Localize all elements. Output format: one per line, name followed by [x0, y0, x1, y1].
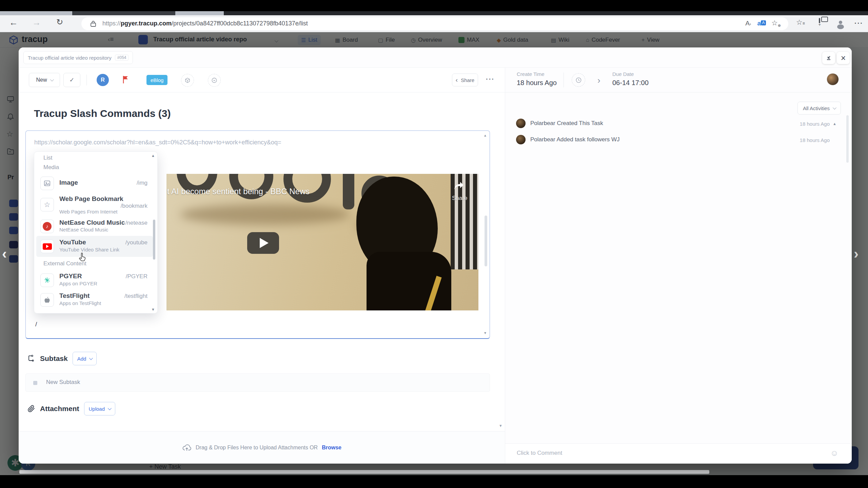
follower-avatar[interactable]	[827, 73, 839, 85]
browser-toolbar: ← → ↻ https://pgyer.tracup.com/projects/…	[0, 15, 868, 32]
menu-item-web-page-bookmark[interactable]: ☆ Web Page Bookmark /bookmark Web Pages …	[36, 192, 153, 217]
breadcrumb[interactable]: Tracup official article video repository…	[23, 51, 133, 64]
slash-command-trigger[interactable]: /	[35, 321, 37, 328]
video-share-icon[interactable]	[454, 181, 464, 190]
complete-check-button[interactable]: ✓	[63, 73, 80, 87]
attachment-title: Attachment	[40, 405, 79, 413]
divider	[86, 75, 87, 85]
chevron-down-icon	[108, 406, 112, 410]
tag-eblog[interactable]: eBlog	[146, 75, 167, 85]
close-button[interactable]: ×	[837, 52, 850, 64]
cloud-upload-icon	[182, 444, 192, 452]
browser-tab[interactable]	[72, 11, 175, 15]
new-subtask-placeholder: New Subtask	[46, 379, 80, 386]
activity-panel: Create Time 18 hours Ago › Due Date 06-1…	[505, 68, 852, 464]
task-detail-modal: Tracup official article video repository…	[19, 47, 852, 464]
mouse-cursor-hand	[78, 252, 88, 263]
due-date-label: Due Date	[612, 71, 634, 77]
translate-icon[interactable]: aA	[757, 20, 766, 27]
activity-scrollbar[interactable]	[846, 115, 849, 163]
subtask-tree-icon	[27, 354, 35, 363]
upload-button[interactable]: Upload	[84, 402, 116, 415]
back-button[interactable]: ←	[7, 17, 20, 28]
youtube-icon	[40, 240, 54, 253]
dropzone-text: Drag & Drop Files Here to Upload Attachm…	[196, 445, 318, 451]
create-time-label: Create Time	[517, 71, 545, 77]
menu-item-image[interactable]: Image /img	[36, 174, 153, 192]
close-icon: ×	[841, 53, 846, 63]
clock-icon[interactable]	[572, 73, 585, 87]
forward-button[interactable]: →	[30, 17, 43, 28]
video-play-button[interactable]	[247, 232, 279, 254]
bookmark-star-icon: ☆	[40, 198, 54, 211]
browser-menu-icon[interactable]: ···	[854, 19, 863, 27]
activity-item: Polarbear Created This Task 18 hours Ago…	[505, 117, 852, 134]
share-icon: ‹	[456, 76, 458, 84]
url-text: https://pgyer.tracup.com/projects/0a8427…	[102, 20, 308, 27]
breadcrumb-project-name: Tracup official article video repository	[28, 55, 112, 61]
modal-header: Tracup official article video repository…	[19, 47, 852, 68]
testflight-apple-icon	[40, 293, 54, 307]
assignee-avatar[interactable]: R	[97, 74, 109, 86]
create-time-value: 18 hours Ago	[517, 79, 557, 87]
comment-bar[interactable]: Click to Comment ☺	[505, 443, 852, 464]
add-subtask-button[interactable]: Add	[73, 352, 97, 365]
page: tracup ‹≡ Tracup official article video …	[0, 32, 868, 475]
collections-icon[interactable]	[819, 19, 820, 25]
panel-expand-right-icon[interactable]: ›	[854, 246, 859, 262]
task-title[interactable]: Tracup Slash Commands (3)	[34, 108, 171, 119]
chevron-down-icon	[89, 356, 93, 360]
minimize-button[interactable]	[822, 52, 835, 64]
menu-item-youtube[interactable]: YouTube /youtube YouTube Video Share Lin…	[36, 236, 153, 257]
video-title[interactable]: t AI become sentient being - BBC News	[167, 187, 310, 196]
read-aloud-icon[interactable]: A›	[745, 20, 751, 27]
pgyer-icon	[40, 273, 54, 287]
task-id-badge: #054	[115, 55, 129, 61]
editor-scrollbar[interactable]	[485, 216, 487, 266]
menu-item-pgyer[interactable]: PGYER /PGYER Apps on PGYER	[36, 270, 153, 290]
priority-flag-icon[interactable]	[122, 75, 130, 84]
menu-item-testflight[interactable]: TestFlight /testflight Apps on TestFligh…	[36, 290, 153, 310]
activity-filter-button[interactable]: All Activities	[797, 102, 841, 115]
netease-music-icon: ♪	[40, 220, 54, 233]
content-scroll-down-icon[interactable]: ▼	[499, 424, 502, 428]
sort-caret-icon[interactable]: ▲	[833, 122, 836, 126]
new-subtask-row[interactable]: New Subtask	[25, 373, 490, 392]
slash-command-menu: List Media Image /img ☆ Web Page Bookmar…	[34, 151, 158, 313]
editor-url-text[interactable]: https://scholar.google.com/scholar?hl=en…	[34, 139, 281, 146]
subtask-section-header: Subtask Add	[27, 352, 97, 365]
youtube-video-embed[interactable]: t AI become sentient being - BBC News Sh…	[166, 174, 478, 310]
add-favorite-star-icon[interactable]: ☆⊕	[771, 19, 781, 28]
user-avatar	[516, 119, 526, 128]
image-icon	[40, 177, 54, 190]
menu-scrollbar[interactable]	[153, 220, 155, 260]
share-button[interactable]: ‹ Share	[452, 74, 478, 86]
attachment-dropzone[interactable]: Drag & Drop Files Here to Upload Attachm…	[19, 431, 505, 464]
chevron-down-icon	[50, 78, 54, 81]
check-icon: ✓	[69, 76, 74, 84]
divider	[19, 92, 505, 93]
subtask-bullet	[33, 381, 37, 385]
module-cube-icon[interactable]	[181, 74, 194, 87]
browse-link[interactable]: Browse	[322, 445, 341, 451]
menu-scroll-up-icon[interactable]: ▲	[151, 154, 155, 158]
menu-item-netease-cloud-music[interactable]: ♪ NetEase Cloud Music /netease NetEase C…	[36, 217, 153, 236]
menu-section-list: List	[43, 155, 52, 161]
favorites-bar-icon[interactable]: ☆≡	[796, 18, 805, 26]
chevron-right-icon: ›	[597, 75, 600, 86]
due-date-value[interactable]: 06-14 17:00	[612, 79, 649, 87]
site-lock-icon[interactable]	[90, 20, 96, 27]
horizontal-scrollbar[interactable]	[19, 470, 709, 474]
new-button[interactable]: New	[29, 73, 60, 87]
browser-tab-strip-dark	[224, 11, 868, 15]
comment-placeholder: Click to Comment	[517, 450, 562, 456]
editor-scroll-up-icon[interactable]: ▲	[484, 134, 487, 137]
emoji-icon[interactable]: ☺	[830, 448, 839, 458]
menu-scroll-down-icon[interactable]: ▼	[151, 307, 155, 311]
status-circle-icon[interactable]	[208, 74, 221, 87]
reload-button[interactable]: ↻	[53, 17, 66, 27]
more-options-icon[interactable]: ···	[486, 75, 495, 83]
panel-collapse-left-icon[interactable]: ‹	[2, 246, 7, 262]
editor-scroll-down-icon[interactable]: ▼	[484, 331, 487, 335]
address-bar[interactable]: https://pgyer.tracup.com/projects/0a8427…	[81, 17, 788, 30]
